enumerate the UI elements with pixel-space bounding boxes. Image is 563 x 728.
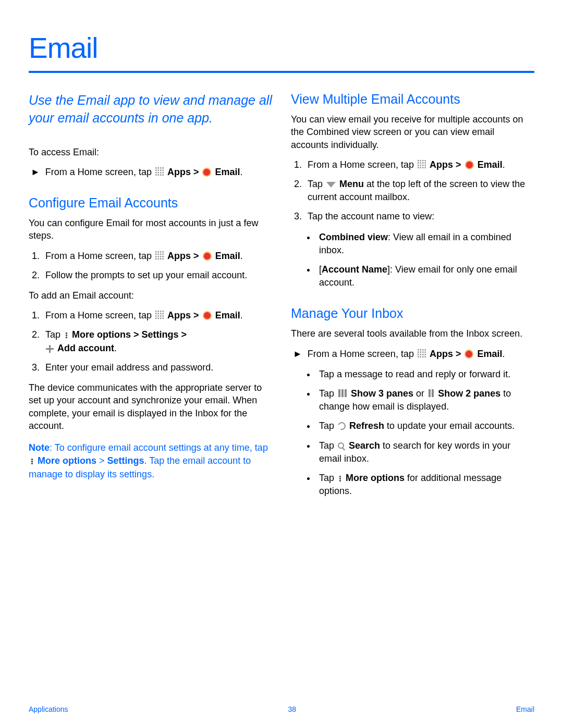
configure-title: Configure Email Accounts <box>29 195 272 211</box>
page-title: Email <box>29 31 534 65</box>
access-step: ► From a Home screen, tap Apps > Email. <box>29 166 272 179</box>
view-bullets: Combined view: View all email in a combi… <box>291 231 534 290</box>
list-item: [Account Name]: View email for only one … <box>316 263 534 289</box>
content-columns: Use the Email app to view and manage all… <box>29 92 534 505</box>
text: From a Home screen, tap <box>308 159 417 170</box>
text: Tap <box>308 179 325 189</box>
list-item: Tap Show 3 panes or Show 2 panes to chan… <box>316 387 534 413</box>
plus-icon <box>45 344 54 353</box>
right-column: View Multiple Email Accounts You can vie… <box>291 92 534 505</box>
footer-left: Applications <box>29 705 68 713</box>
settings-label: Settings <box>107 455 144 466</box>
list-item: Follow the prompts to set up your email … <box>42 269 272 282</box>
configure-intro: You can configure Email for most account… <box>29 217 272 242</box>
list-item: Tap a message to read and reply or forwa… <box>316 368 534 381</box>
note-label: Note <box>29 442 50 453</box>
panes2-icon <box>428 388 434 396</box>
access-label: To access Email: <box>29 146 272 158</box>
apps-icon <box>417 349 426 358</box>
dropdown-icon <box>326 182 336 188</box>
play-marker: ► <box>293 348 302 361</box>
text: to update your email accounts. <box>387 421 515 431</box>
add-intro: To add an Email account: <box>29 289 272 302</box>
step-text: From a Home screen, tap Apps > Email. <box>308 348 505 361</box>
apps-icon <box>417 159 426 169</box>
footer-right: Email <box>516 705 534 713</box>
list-item: Tap More options for additional message … <box>316 472 534 498</box>
manage-inbox-title: Manage Your Inbox <box>291 306 534 321</box>
step-text: From a Home screen, tap Apps > Email. <box>45 166 243 179</box>
email-label: Email <box>477 349 502 359</box>
list-item: Enter your email address and password. <box>42 361 272 374</box>
email-label: Email <box>215 251 240 261</box>
note-text: Note: To configure email account setting… <box>29 441 272 481</box>
list-item: From a Home screen, tap Apps > Email. <box>42 250 272 263</box>
text: From a Home screen, tap <box>45 310 154 320</box>
footer-page-number: 38 <box>288 705 296 713</box>
text: Tap <box>319 388 337 399</box>
apps-label: Apps > <box>430 349 464 359</box>
text: Tap <box>45 329 63 340</box>
more-options-label: More options <box>346 473 405 483</box>
text: to search for key words in your email in… <box>319 440 510 464</box>
email-icon <box>203 311 212 320</box>
list-item: From a Home screen, tap Apps > Email. <box>304 158 534 171</box>
account-name-label: Account Name <box>322 264 387 275</box>
text: Tap <box>319 440 337 451</box>
menu-label: Menu <box>339 179 364 189</box>
configure-steps: From a Home screen, tap Apps > Email. Fo… <box>29 250 272 282</box>
email-label: Email <box>215 167 240 177</box>
combined-view-label: Combined view <box>319 232 388 242</box>
add-account-label: Add account <box>57 343 114 353</box>
email-icon <box>465 161 474 169</box>
view-intro: You can view email you receive for multi… <box>291 113 534 151</box>
apps-label: Apps > <box>167 167 202 177</box>
text: Tap <box>319 421 337 431</box>
show-3-panes-label: Show 3 panes <box>351 388 413 399</box>
email-label: Email <box>478 159 503 170</box>
list-item: Tap the account name to view: <box>304 210 534 223</box>
text: > <box>96 455 107 466</box>
apps-icon <box>155 310 164 319</box>
more-options-label: More options > Settings > <box>72 329 187 340</box>
email-icon <box>464 350 473 359</box>
list-item: Tap Menu at the top left of the screen t… <box>304 178 534 204</box>
apps-icon <box>155 251 164 260</box>
text: From a Home screen, tap <box>45 251 154 261</box>
intro-text: Use the Email app to view and manage all… <box>29 92 272 127</box>
email-icon <box>202 168 211 177</box>
more-options-icon <box>337 475 342 482</box>
manage-step: ► From a Home screen, tap Apps > Email. <box>291 348 534 361</box>
view-steps: From a Home screen, tap Apps > Email. Ta… <box>291 158 534 224</box>
apps-icon <box>155 167 164 176</box>
left-column: Use the Email app to view and manage all… <box>29 92 272 505</box>
panes3-icon <box>338 388 347 396</box>
play-marker: ► <box>31 166 40 179</box>
list-item: From a Home screen, tap Apps > Email. <box>42 309 272 322</box>
list-item: Tap Search to search for key words in yo… <box>316 439 534 465</box>
view-multiple-title: View Multiple Email Accounts <box>291 92 534 107</box>
search-icon <box>338 442 344 449</box>
apps-label: Apps > <box>430 159 464 170</box>
text: From a Home screen, tap <box>45 167 154 177</box>
manage-intro: There are several tools available from t… <box>291 327 534 340</box>
text: Tap <box>319 473 337 483</box>
show-2-panes-label: Show 2 panes <box>438 388 500 399</box>
email-icon <box>203 252 212 261</box>
page-footer: Applications 38 Email <box>29 705 534 713</box>
list-item: Combined view: View all email in a combi… <box>316 231 534 257</box>
more-options-label: More options <box>38 455 96 466</box>
text: or <box>416 388 427 399</box>
manage-bullets: Tap a message to read and reply or forwa… <box>291 368 534 498</box>
add-outro: The device communicates with the appropr… <box>29 381 272 432</box>
search-label: Search <box>349 440 380 451</box>
more-options-icon <box>29 458 34 465</box>
title-rule <box>29 71 534 73</box>
add-steps: From a Home screen, tap Apps > Email. Ta… <box>29 309 272 374</box>
apps-label: Apps > <box>167 251 202 261</box>
list-item: Tap Refresh to update your email account… <box>316 419 534 433</box>
list-item: Tap More options > Settings > Add accoun… <box>42 328 272 354</box>
refresh-icon <box>337 421 347 431</box>
text: From a Home screen, tap <box>308 349 417 359</box>
more-options-icon <box>64 332 69 339</box>
